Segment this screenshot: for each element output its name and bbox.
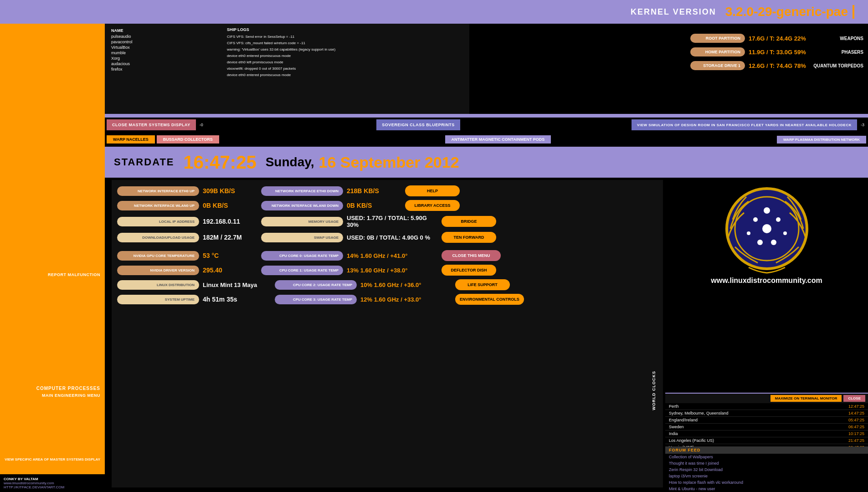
forum-item[interactable]: How to replace flash with vlc workaround: [665, 479, 868, 486]
distro-value: Linux Mint 13 Maya: [203, 282, 271, 288]
deflector-btn[interactable]: DEFLECTOR DISH: [442, 265, 496, 276]
close-master-btn[interactable]: CLOSE MASTER SYSTEMS DISPLAY: [107, 119, 196, 130]
kernel-label: KERNEL VERSION: [631, 7, 716, 17]
ten-forward-btn[interactable]: TEN FORWARD: [442, 232, 496, 243]
stardate-bar: STARDATE 16:47:25 Sunday, 16 September 2…: [105, 147, 868, 178]
maximize-btn[interactable]: MAXIMIZE ON TERMINAL MONITOR: [770, 395, 842, 402]
starfleet-logo: [721, 183, 812, 274]
warp-plasma-btn[interactable]: WARP PLASMAA DISTRIBUTION NETWORK: [777, 136, 866, 144]
phasers-label: PHASERS: [827, 50, 863, 55]
eth0-down-value: 218B KB/S: [347, 187, 401, 195]
driver-label: NVIDIA DRIVER VERSION: [117, 266, 199, 275]
home-partition-value: 11.9G / T: 33.0G 59%: [749, 49, 823, 56]
nav-num-1: -0: [198, 123, 205, 127]
view-simulation-btn[interactable]: VIEW SIMULATION OF DESIGN ROOM IN SAN FR…: [632, 119, 857, 130]
main-info-grid: NETWORK INTERFACE ETH0 UP 309B KB/S NETW…: [112, 180, 663, 487]
root-partition-row: ROOT PARTITION 17.6G / T: 24.4G 22% WEAP…: [690, 34, 863, 43]
forum-item[interactable]: Mint & Ubuntu - new user: [665, 486, 868, 492]
ship-log-entry: warning: 'VirtualBox' uses 32-bit capabi…: [227, 46, 457, 53]
wlan0-down-label: NETWORK INTERFACE WLAN0 DOWN: [261, 201, 343, 210]
top-bar: KERNEL VERSION 3.2.0-29-generic-pae: [0, 0, 868, 24]
help-btn[interactable]: HELP: [405, 185, 460, 196]
home-partition-label: HOME PARTITION: [690, 47, 745, 56]
right-stats: ROOT PARTITION 17.6G / T: 24.4G 22% WEAP…: [686, 28, 868, 115]
world-clocks-label: WORLD CLOCKS: [652, 371, 656, 410]
right-panel: www.linuxdistrocommunity.com WORLD CLOCK…: [665, 179, 868, 492]
forum-item[interactable]: Collection of Wallpapers: [665, 454, 868, 460]
world-clock-row: Perth12:47:25: [665, 403, 868, 410]
cpu-core3-label: CPU CORE 3: USAGE RATE TEMP: [275, 295, 357, 304]
bottom-left: CONKY BY VALTAM www.linuxdistrocommunity…: [0, 474, 105, 492]
ship-log-entries: CIFS VFS: Send error in SessSetup = -11C…: [227, 34, 457, 78]
kernel-version: 3.2.0-29-generic-pae: [725, 5, 848, 19]
memory-label: MEMORY USAGE: [261, 217, 343, 226]
env-controls-btn[interactable]: ENVIRONMENTAL CONTROLS: [455, 294, 524, 305]
forum-item[interactable]: Thought it was time I joined: [665, 460, 868, 466]
distro-label: LINUX DISTRIBUTION: [117, 280, 199, 290]
forum-items: Collection of WallpapersThought it was t…: [665, 454, 868, 492]
driver-value: 295.40: [203, 266, 257, 274]
wlan0-up-label: NETWORK INTERFACE WLAN0 UP: [117, 201, 199, 210]
ship-log-entry: device eth0 left promiscuous mode: [227, 59, 457, 66]
wlan0-up-value: 0B KB/S: [203, 202, 257, 209]
sovereign-btn[interactable]: SOVEREIGN CLASS BLUEPRINTS: [376, 119, 460, 130]
svg-point-2: [753, 217, 758, 222]
bottom-line1: www.linuxdistrocommunity.com: [4, 481, 101, 485]
logo-section: www.linuxdistrocommunity.com: [665, 179, 868, 285]
forum-item[interactable]: laptop i3/vm screenie: [665, 473, 868, 479]
left-panel: COMPUTER PROCESSES MAIN ENGINEERING MENU…: [0, 24, 105, 492]
world-clock-row: Sweden06:47:25: [665, 424, 868, 430]
ship-logs: SHIP LOGS CIFS VFS: Send error in SessSe…: [223, 24, 460, 115]
cpu-core1-value: 13% 1.60 GHz / +38.0°: [347, 267, 438, 274]
eth0-down-label: NETWORK INTERFACE ETH0 DOWN: [261, 186, 343, 196]
stardate-date: 16 September 2012: [318, 154, 459, 171]
svg-point-1: [762, 224, 771, 233]
nav-num-2: -3: [859, 123, 866, 127]
local-ip-label: LOCAL IP ADDRESS: [117, 217, 199, 226]
storage-drive-row: STORAGE DRIVE 1 12.6G / T: 74.4G 78% QUA…: [690, 61, 863, 70]
svg-point-7: [771, 240, 776, 245]
stardate-label: STARDATE: [114, 156, 175, 168]
bussard-btn[interactable]: BUSSARD COLLECTORS: [157, 135, 219, 144]
site-url: www.linuxdistrocommunity.com: [711, 277, 822, 285]
forum-feed-label: FORUM FEED: [665, 446, 868, 454]
library-btn[interactable]: LIBRARY ACCESS: [405, 200, 460, 211]
uptime-label: SYSTEM UPTIME: [117, 295, 199, 304]
warp-nacelles-btn[interactable]: WARP NACELLES: [107, 135, 155, 144]
gpu-temp-value: 53 °C: [203, 252, 257, 259]
memory-value: USED: 1.77G / TOTAL: 5.90G 30%: [347, 215, 438, 228]
world-clock-row: England/Ireland05:47:25: [665, 417, 868, 424]
quantum-torpedos-label: QUANTUM TORPEDOS: [813, 63, 863, 68]
root-partition-label: ROOT PARTITION: [690, 34, 745, 43]
conky-label: CONKY BY VALTAM: [4, 477, 101, 481]
wc-close-btn[interactable]: CLOSE: [843, 395, 865, 402]
close-menu-btn[interactable]: CLOSE THIS MENU: [442, 250, 501, 261]
world-clock-row: India10:17:25: [665, 430, 868, 437]
svg-point-3: [776, 217, 781, 222]
antimatter-btn[interactable]: ANTIMATTER MAGNETIC CONTAINMENT PODS: [445, 135, 551, 144]
home-partition-row: HOME PARTITION 11.9G / T: 33.0G 59% PHAS…: [690, 47, 863, 56]
ship-log-entry: device eth0 entered promiscuous mode: [227, 72, 457, 78]
life-support-btn[interactable]: LIFE SUPPORT: [455, 279, 510, 290]
nav-row-1: CLOSE MASTER SYSTEMS DISPLAY -0 SOVEREIG…: [105, 118, 868, 132]
download-label: DOWNLOAD/UPLOAD USAGE: [117, 233, 199, 242]
eth0-up-value: 309B KB/S: [203, 187, 257, 195]
world-clock-row: Los Angeles (Pacific US)21:47:25: [665, 437, 868, 444]
svg-point-5: [783, 231, 787, 235]
svg-point-4: [747, 231, 750, 235]
wlan0-down-value: 0B KB/S: [347, 202, 401, 209]
col-name: NAME: [108, 27, 241, 34]
gpu-temp-label: NVIDIA GPU CORE TEMPERATURE: [117, 251, 199, 261]
storage-drive-label: STORAGE DRIVE 1: [690, 61, 745, 70]
bottom-line2: HTTP://KITFACE.DEVIANTART.COM: [4, 485, 101, 489]
bridge-btn[interactable]: BRIDGE: [442, 216, 496, 227]
cpu-core1-label: CPU CORE 1: USAGE RATE TEMP: [261, 266, 343, 275]
cpu-core2-label: CPU CORE 2: USAGE RATE TEMP: [275, 280, 357, 290]
swap-value: USED: 0B / TOTAL: 4.90G 0 %: [347, 234, 438, 241]
logo-svg: [721, 183, 812, 274]
cpu-core3-value: 12% 1.60 GHz / +33.0°: [360, 296, 452, 303]
ship-logs-title: SHIP LOGS: [227, 27, 457, 32]
uptime-value: 4h 51m 35s: [203, 296, 271, 303]
svg-point-8: [764, 207, 770, 214]
forum-item[interactable]: Zerin Respin 32 bit Download: [665, 466, 868, 473]
